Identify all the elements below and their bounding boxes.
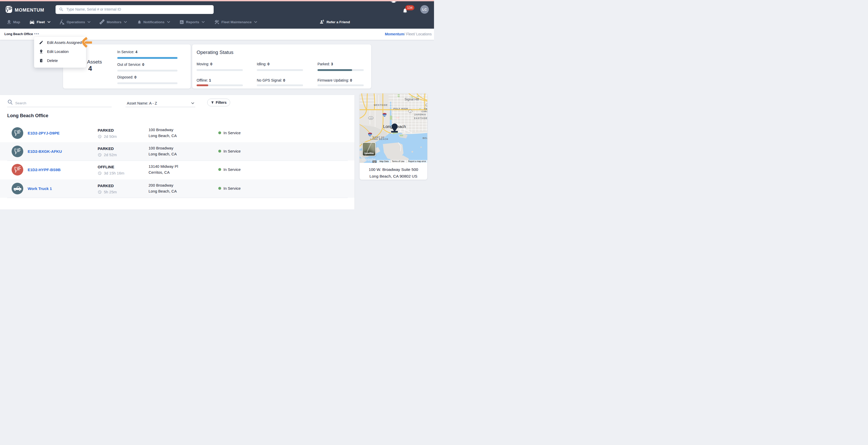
svg-text:BELMO: BELMO bbox=[423, 137, 427, 139]
svg-text:WESTSIDE: WESTSIDE bbox=[374, 104, 388, 106]
svg-text:Report a map error: Report a map error bbox=[408, 160, 426, 163]
svg-text:710: 710 bbox=[383, 114, 386, 116]
svg-text:Terms of Use: Terms of Use bbox=[392, 160, 405, 163]
svg-text:ZAFERIA: ZAFERIA bbox=[414, 113, 426, 116]
svg-text:TRAF: TRAF bbox=[424, 108, 427, 110]
svg-text:1: 1 bbox=[410, 110, 411, 112]
svg-text:710: 710 bbox=[369, 134, 372, 136]
svg-text:$: $ bbox=[323, 20, 324, 22]
svg-text:103: 103 bbox=[369, 117, 373, 119]
svg-text:POLY HIGH: POLY HIGH bbox=[394, 107, 408, 110]
svg-text:CIRCLE: CIRCLE bbox=[422, 110, 427, 113]
svg-text:LONG BEACH: LONG BEACH bbox=[370, 138, 388, 140]
svg-text:19: 19 bbox=[426, 104, 427, 106]
svg-text:EASTSIDE: EASTSIDE bbox=[414, 117, 427, 119]
svg-text:Map Data: Map Data bbox=[379, 160, 389, 163]
svg-text:Signal Hill: Signal Hill bbox=[405, 98, 419, 101]
